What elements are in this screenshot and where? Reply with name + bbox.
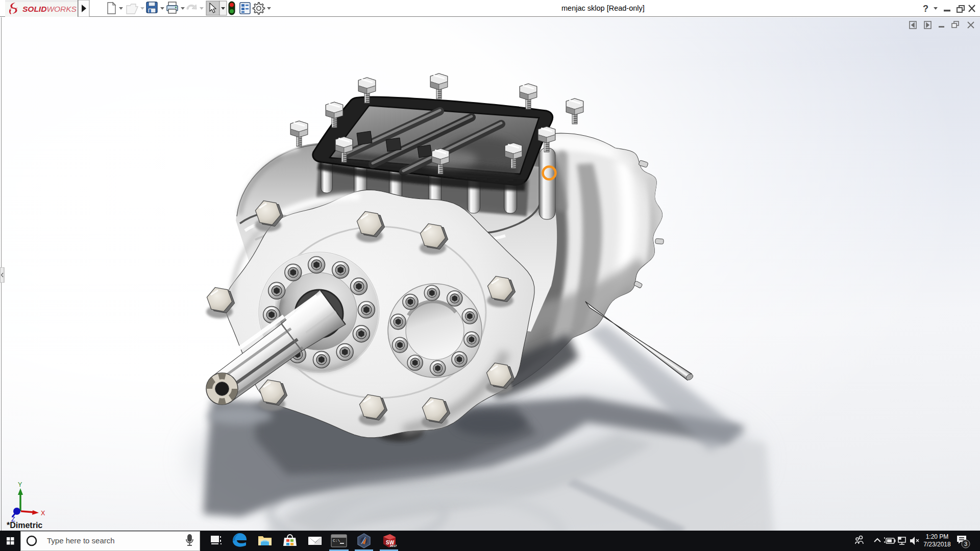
svg-text:Y: Y — [18, 481, 22, 488]
svg-text:X: X — [41, 510, 45, 517]
svg-text:3: 3 — [964, 541, 967, 547]
svg-text:2017: 2017 — [390, 544, 397, 547]
svg-text:C:\: C:\ — [333, 538, 340, 543]
